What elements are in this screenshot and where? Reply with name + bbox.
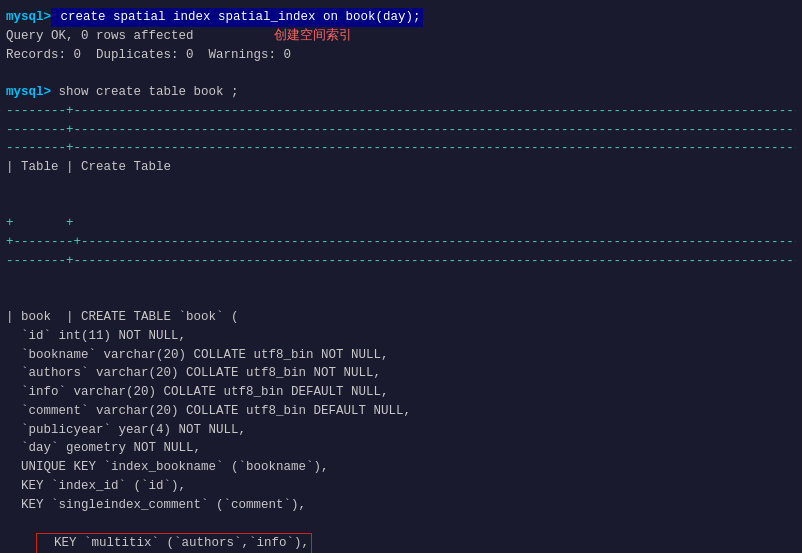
- table-header-text: | Table | Create Table: [6, 158, 171, 177]
- create-authors: `authors` varchar(20) COLLATE utf8_bin N…: [6, 364, 381, 383]
- command-line-2: mysql> show create table book ;: [4, 83, 798, 102]
- create-line-singleindex: KEY `singleindex_comment` (`comment`),: [4, 496, 798, 515]
- separator-3: --------+-------------------------------…: [4, 139, 798, 158]
- separator-2: --------+-------------------------------…: [4, 121, 798, 140]
- command-line-1: mysql> create spatial index spatial_inde…: [4, 8, 798, 27]
- create-key-id: KEY `index_id` (`id`),: [6, 477, 186, 496]
- output-line-1: Query OK, 0 rows affected 创建空间索引: [4, 27, 798, 46]
- blank-line-3: [4, 196, 798, 215]
- create-unique: UNIQUE KEY `index_bookname` (`bookname`)…: [6, 458, 329, 477]
- command-text-2: show create table book ;: [51, 83, 239, 102]
- separator-line-4: +--------+------------------------------…: [6, 233, 796, 252]
- table-header-line: | Table | Create Table: [4, 158, 798, 177]
- create-line-unique: UNIQUE KEY `index_bookname` (`bookname`)…: [4, 458, 798, 477]
- annotation-text: 创建空间索引: [274, 27, 352, 46]
- create-info: `info` varchar(20) COLLATE utf8_bin DEFA…: [6, 383, 389, 402]
- create-line-authors: `authors` varchar(20) COLLATE utf8_bin N…: [4, 364, 798, 383]
- separator-5: --------+-------------------------------…: [4, 252, 798, 271]
- create-day: `day` geometry NOT NULL,: [6, 439, 201, 458]
- prompt-1: mysql>: [6, 8, 51, 27]
- records-text: Records: 0 Duplicates: 0 Warnings: 0: [6, 46, 291, 65]
- separator-line-5: --------+-------------------------------…: [6, 252, 796, 271]
- blank-line-1: [4, 64, 798, 83]
- create-table-header: | book | CREATE TABLE `book` (: [4, 308, 798, 327]
- create-publicyear: `publicyear` year(4) NOT NULL,: [6, 421, 246, 440]
- create-comment: `comment` varchar(20) COLLATE utf8_bin D…: [6, 402, 411, 421]
- create-id: `id` int(11) NOT NULL,: [6, 327, 186, 346]
- query-ok-text: Query OK, 0 rows affected: [6, 27, 194, 46]
- separator-1: --------+-------------------------------…: [4, 102, 798, 121]
- cursor-line: + + |: [4, 214, 798, 233]
- create-line-multitix: KEY `multitix` (`authors`,`info`),: [4, 514, 798, 553]
- create-line-comment: `comment` varchar(20) COLLATE utf8_bin D…: [4, 402, 798, 421]
- create-line-key-id: KEY `index_id` (`id`),: [4, 477, 798, 496]
- command-text-1: create spatial index spatial_index on bo…: [51, 8, 423, 27]
- create-singleindex: KEY `singleindex_comment` (`comment`),: [6, 496, 306, 515]
- separator-line-3: --------+-------------------------------…: [6, 139, 796, 158]
- create-table-start: | book | CREATE TABLE `book` (: [6, 308, 239, 327]
- separator-6: +: [4, 271, 798, 290]
- create-line-id: `id` int(11) NOT NULL,: [4, 327, 798, 346]
- cursor-indicator: + + |: [6, 214, 802, 233]
- prompt-2: mysql>: [6, 83, 51, 102]
- create-line-publicyear: `publicyear` year(4) NOT NULL,: [4, 421, 798, 440]
- create-line-day: `day` geometry NOT NULL,: [4, 439, 798, 458]
- create-bookname: `bookname` varchar(20) COLLATE utf8_bin …: [6, 346, 389, 365]
- terminal-window: mysql> create spatial index spatial_inde…: [0, 0, 802, 553]
- separator-4: +--------+------------------------------…: [4, 233, 798, 252]
- multitix-highlighted: KEY `multitix` (`authors`,`info`),: [36, 533, 312, 553]
- create-line-info: `info` varchar(20) COLLATE utf8_bin DEFA…: [4, 383, 798, 402]
- blank-line-4: [4, 289, 798, 308]
- separator-line-6: +: [6, 271, 796, 290]
- separator-line-1: --------+-------------------------------…: [6, 102, 796, 121]
- create-line-bookname: `bookname` varchar(20) COLLATE utf8_bin …: [4, 346, 798, 365]
- blank-line-2: [4, 177, 798, 196]
- separator-line-2: --------+-------------------------------…: [6, 121, 796, 140]
- output-line-2: Records: 0 Duplicates: 0 Warnings: 0: [4, 46, 798, 65]
